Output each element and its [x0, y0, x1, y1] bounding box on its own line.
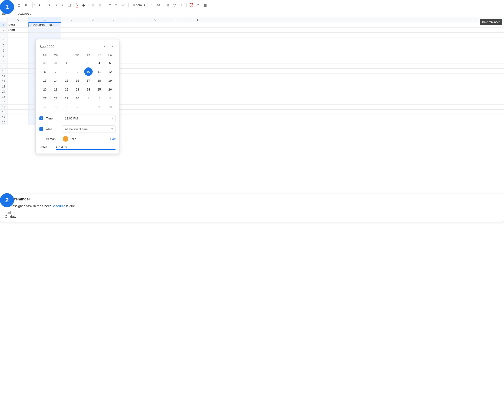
cell-i19[interactable] [187, 115, 208, 120]
calendar-day[interactable]: 7 [52, 67, 60, 76]
calendar-day[interactable]: 30 [73, 94, 82, 102]
cell-e1[interactable] [103, 22, 124, 27]
calendar-day[interactable]: 6 [41, 67, 49, 76]
cell-h15[interactable] [166, 94, 187, 99]
cell-h3[interactable] [166, 33, 187, 38]
reminder-button[interactable]: ⏰ [188, 2, 195, 8]
cell-f11[interactable] [124, 74, 145, 79]
notes-input[interactable] [56, 145, 115, 150]
align-h-button[interactable]: ≡ [106, 2, 113, 8]
inc-decimal-button[interactable]: .00 [155, 2, 162, 8]
cell-h13[interactable] [166, 84, 187, 89]
calendar-day[interactable]: 1 [84, 94, 93, 102]
cell-h20[interactable] [166, 120, 187, 125]
cell-d1[interactable] [82, 22, 103, 27]
alert-select[interactable]: At the event time ▼ [63, 125, 115, 133]
cell-d2[interactable] [82, 28, 103, 32]
calendar-day[interactable]: 12 [106, 67, 114, 76]
cell-h14[interactable] [166, 89, 187, 94]
cell-a8[interactable] [7, 58, 29, 63]
cell-h12[interactable] [166, 79, 187, 84]
cell-a13[interactable] [7, 84, 29, 89]
collapse-button[interactable]: ≡ [195, 2, 202, 8]
calendar-day[interactable]: 29 [62, 94, 71, 102]
cell-g18[interactable] [145, 110, 166, 114]
underline-button[interactable]: U [66, 2, 73, 8]
cell-f13[interactable] [124, 84, 145, 89]
cell-a16[interactable] [7, 99, 29, 104]
cell-b2[interactable] [29, 28, 61, 32]
cell-i16[interactable] [187, 99, 208, 104]
eraser-button[interactable]: ◻ [16, 2, 22, 8]
cell-c1[interactable] [61, 22, 82, 27]
cell-i20[interactable] [187, 120, 208, 125]
calendar-day[interactable]: 4 [41, 103, 49, 111]
cell-a9[interactable] [7, 63, 29, 68]
cell-i10[interactable] [187, 69, 208, 73]
calendar-day[interactable]: 11 [95, 67, 103, 76]
cell-i8[interactable] [187, 58, 208, 63]
cell-a5[interactable] [7, 43, 29, 48]
col-header-c[interactable]: C [61, 17, 82, 22]
cell-a14[interactable] [7, 89, 29, 94]
calendar-day[interactable]: 24 [84, 85, 93, 94]
cell-i5[interactable] [187, 43, 208, 48]
cell-f18[interactable] [124, 110, 145, 114]
cell-a7[interactable] [7, 53, 29, 58]
cell-b3[interactable] [29, 33, 61, 38]
calendar-day[interactable]: 5 [52, 103, 60, 111]
cell-f1[interactable] [124, 22, 145, 27]
calendar-day[interactable]: 19 [106, 76, 114, 85]
cell-i11[interactable] [187, 74, 208, 79]
cell-a11[interactable] [7, 74, 29, 79]
cell-g16[interactable] [145, 99, 166, 104]
cell-i18[interactable] [187, 110, 208, 114]
cell-f12[interactable] [124, 79, 145, 84]
font-size-select[interactable]: 10 ▼ [32, 2, 42, 8]
col-header-g[interactable]: G [145, 17, 166, 22]
calendar-day[interactable]: 8 [84, 103, 93, 111]
cell-g8[interactable] [145, 58, 166, 63]
calendar-day[interactable]: 10 [106, 103, 114, 111]
calendar-day[interactable]: 26 [106, 85, 114, 94]
calendar-next-button[interactable]: › [109, 43, 115, 50]
calendar-day[interactable]: 13 [41, 76, 49, 85]
cell-f9[interactable] [124, 63, 145, 68]
calendar-day[interactable]: 14 [52, 76, 60, 85]
cell-g2[interactable] [145, 28, 166, 32]
cell-g9[interactable] [145, 63, 166, 68]
calendar-day[interactable]: 22 [62, 85, 71, 94]
calendar-day[interactable]: 9 [73, 67, 82, 76]
cell-b1[interactable]: 2020/09/10 12:00 [29, 22, 61, 27]
cell-i12[interactable] [187, 79, 208, 84]
calendar-day[interactable]: 1 [62, 59, 71, 67]
cell-d3[interactable] [82, 33, 103, 38]
time-checkbox[interactable]: ✓ [39, 116, 43, 120]
italic-button[interactable]: I [59, 2, 66, 8]
col-header-e[interactable]: E [103, 17, 124, 22]
merge-button[interactable]: ⊟ [97, 2, 103, 8]
format-select[interactable]: General ▼ [130, 2, 147, 8]
cell-c3[interactable] [61, 33, 82, 38]
calendar-day[interactable]: 6 [62, 103, 71, 111]
fill-color-button[interactable]: ◆ [80, 2, 87, 8]
time-select[interactable]: 12:00 PM ▼ [63, 114, 115, 122]
cell-g12[interactable] [145, 79, 166, 84]
cell-g13[interactable] [145, 84, 166, 89]
cell-g3[interactable] [145, 33, 166, 38]
cell-h5[interactable] [166, 43, 187, 48]
cell-a1[interactable]: Date [7, 22, 29, 27]
cell-i1[interactable] [187, 22, 208, 27]
cell-f17[interactable] [124, 105, 145, 109]
calendar-day[interactable]: 8 [62, 67, 71, 76]
cell-g10[interactable] [145, 69, 166, 73]
cell-a6[interactable] [7, 48, 29, 53]
border-button[interactable]: ⊞ [90, 2, 96, 8]
cell-g1[interactable] [145, 22, 166, 27]
calendar-day[interactable]: 10 [84, 67, 93, 76]
calendar-day[interactable]: 3 [106, 94, 114, 102]
cell-h9[interactable] [166, 63, 187, 68]
calendar-day[interactable]: 27 [41, 94, 49, 102]
cell-i7[interactable] [187, 53, 208, 58]
cell-a15[interactable] [7, 94, 29, 99]
